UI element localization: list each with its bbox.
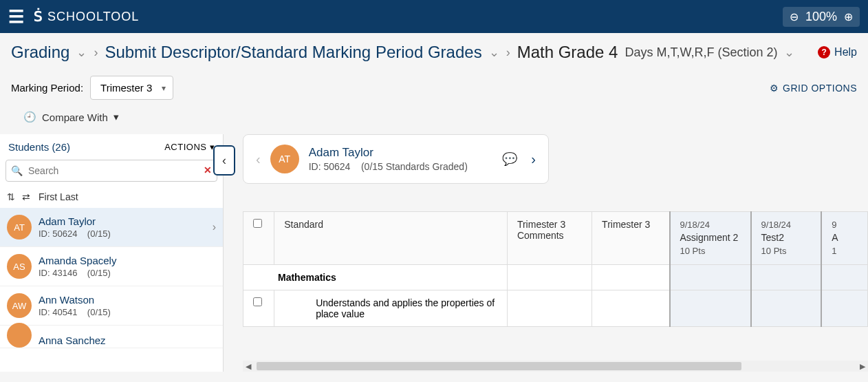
scroll-left-icon[interactable]: ◀ (246, 362, 251, 371)
collapse-sidebar-button[interactable]: ‹ (213, 145, 235, 176)
comment-icon[interactable]: 💬 (502, 151, 517, 167)
logo-icon: Ṡ (34, 8, 43, 25)
current-student-name[interactable]: Adam Taylor (309, 146, 493, 160)
topbar: ☰ Ṡ SCHOOLTOOL ⊖ 100% ⊕ (0, 0, 868, 33)
zoom-control: ⊖ 100% ⊕ (783, 7, 860, 27)
scrollbar-thumb[interactable] (257, 362, 741, 370)
marking-period-select[interactable]: Trimester 3 (90, 76, 173, 100)
standard-text: Understands and applies the properties o… (274, 290, 508, 326)
grid-options-label: GRID OPTIONS (783, 83, 857, 94)
next-student-button[interactable]: › (531, 151, 536, 167)
controls-row: Marking Period: Trimester 3 ⚙ GRID OPTIO… (0, 72, 868, 108)
brand-text: SCHOOLTOOL (47, 10, 139, 24)
avatar: AS (7, 254, 32, 279)
chevron-right-icon: › (506, 45, 510, 60)
swap-icon[interactable]: ⇄ (22, 191, 30, 202)
assignment-header: 9/18/24 Assignment 2 10 Pts (670, 212, 751, 265)
marking-period-label: Marking Period: (11, 82, 83, 94)
content: ‹ AT Adam Taylor ID: 50624 (0/15 Standar… (224, 134, 868, 372)
sort-updown-icon[interactable]: ⇅ (7, 191, 15, 202)
score-cell[interactable] (821, 290, 867, 326)
zoom-in-icon[interactable]: ⊕ (844, 10, 853, 23)
marking-period-value: Trimester 3 (100, 82, 152, 94)
chevron-down-icon[interactable]: ⌄ (489, 45, 499, 60)
assignment-header: 9/18/24 Test2 10 Pts (751, 212, 822, 265)
student-list: AT Adam Taylor ID: 50624 (0/15) › AS Ama… (0, 208, 223, 372)
help-label: Help (834, 46, 857, 59)
compare-with[interactable]: 🕘 Compare With ▾ (0, 108, 868, 134)
row-checkbox[interactable] (253, 297, 262, 306)
student-meta: ID: 43146 (0/15) (39, 268, 216, 278)
clear-search-icon[interactable]: ✕ (204, 165, 212, 176)
students-count[interactable]: Students (26) (8, 141, 70, 153)
zoom-level: 100% (805, 10, 837, 24)
chevron-down-icon[interactable]: ⌄ (76, 45, 87, 60)
student-name: Adam Taylor (39, 215, 206, 227)
horizontal-scrollbar[interactable]: ◀ ▶ (243, 361, 868, 372)
clock-icon: 🕘 (23, 111, 36, 123)
gear-icon: ⚙ (770, 83, 779, 94)
t3-header: Trimester 3 (592, 212, 670, 265)
current-student-meta: ID: 50624 (0/15 Standards Graded) (309, 161, 493, 172)
search-input[interactable] (6, 160, 217, 182)
student-meta: ID: 40541 (0/15) (39, 307, 216, 317)
grid-wrap: Standard Trimester 3 Comments Trimester … (243, 211, 868, 361)
prev-student-button[interactable]: ‹ (256, 151, 261, 167)
t3-comments-header: Trimester 3 Comments (507, 212, 592, 265)
standard-header: Standard (274, 212, 508, 265)
crumb-course: Math Grade 4 (517, 43, 618, 62)
actions-button[interactable]: ACTIONS ▾ (164, 142, 215, 152)
comments-cell[interactable] (507, 290, 592, 326)
grid-options-button[interactable]: ⚙ GRID OPTIONS (770, 83, 857, 94)
avatar (7, 323, 32, 348)
student-row[interactable]: AT Adam Taylor ID: 50624 (0/15) › (0, 208, 223, 247)
actions-label: ACTIONS (164, 142, 206, 152)
student-name: Amanda Spacely (39, 255, 216, 266)
crumb-schedule: Days M,T,W,R,F (Section 2) (625, 45, 777, 60)
student-meta: ID: 50624 (0/15) (39, 229, 206, 239)
search-wrap: 🔍 ✕ (0, 157, 223, 187)
logo: Ṡ SCHOOLTOOL (34, 8, 139, 25)
standards-grid: Standard Trimester 3 Comments Trimester … (243, 211, 868, 327)
crumb-submit[interactable]: Submit Descriptor/Standard Marking Perio… (105, 43, 481, 62)
breadcrumb: Grading ⌄ › Submit Descriptor/Standard M… (0, 33, 868, 72)
sort-row: ⇅ ⇄ First Last (0, 187, 223, 208)
chevron-down-icon[interactable]: ⌄ (784, 45, 794, 60)
crumb-grading[interactable]: Grading (11, 43, 69, 62)
help-icon: ? (818, 46, 830, 59)
main-area: Students (26) ACTIONS ▾ 🔍 ✕ ⇅ ⇄ First La… (0, 134, 868, 372)
avatar: AW (7, 293, 32, 318)
select-all-checkbox[interactable] (253, 219, 262, 228)
student-name: Ann Watson (39, 294, 216, 306)
scroll-right-icon[interactable]: ▶ (860, 362, 865, 371)
subject-label: Mathematics (243, 264, 508, 290)
score-cell[interactable] (751, 290, 822, 326)
zoom-out-icon[interactable]: ⊖ (790, 10, 799, 23)
chevron-right-icon: › (213, 221, 216, 233)
assignment-header: 9 A 1 (821, 212, 867, 265)
chevron-left-icon: ‹ (222, 153, 226, 168)
score-cell[interactable] (670, 290, 751, 326)
student-card: ‹ AT Adam Taylor ID: 50624 (0/15 Standar… (243, 134, 549, 184)
avatar: AT (270, 145, 299, 173)
avatar: AT (7, 215, 32, 240)
student-row[interactable]: AS Amanda Spacely ID: 43146 (0/15) (0, 247, 223, 286)
standard-row: Understands and applies the properties o… (243, 290, 868, 326)
help-link[interactable]: ? Help (818, 46, 857, 59)
grade-cell[interactable] (592, 290, 670, 326)
search-icon: 🔍 (11, 165, 23, 176)
menu-icon[interactable]: ☰ (8, 6, 24, 28)
sort-label[interactable]: First Last (39, 191, 78, 202)
subject-row: Mathematics (243, 264, 868, 290)
sidebar-header: Students (26) ACTIONS ▾ (0, 134, 223, 157)
caret-down-icon: ▾ (113, 111, 119, 123)
compare-label: Compare With (42, 112, 108, 123)
checkbox-header (243, 212, 274, 265)
student-row[interactable]: Anna Sanchez (0, 326, 223, 348)
student-row[interactable]: AW Ann Watson ID: 40541 (0/15) (0, 286, 223, 326)
student-name: Anna Sanchez (39, 335, 216, 346)
students-sidebar: Students (26) ACTIONS ▾ 🔍 ✕ ⇅ ⇄ First La… (0, 134, 224, 372)
chevron-right-icon: › (94, 45, 98, 60)
